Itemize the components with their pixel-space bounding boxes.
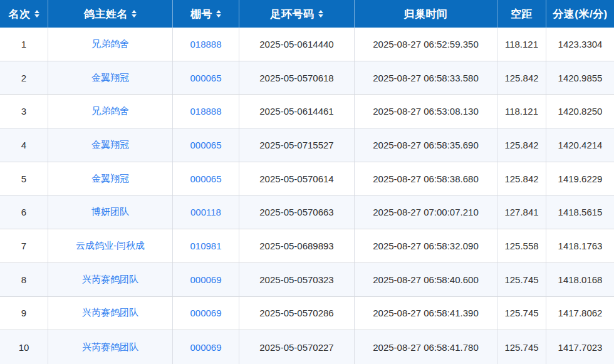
- sort-icon[interactable]: [34, 10, 39, 18]
- cell-distance: 125.745: [497, 297, 546, 330]
- cell-ring: 2025-05-0570323: [239, 263, 355, 296]
- table-row: 5 金翼翔冠 000065 2025-05-0570614 2025-08-27…: [0, 162, 614, 196]
- cell-distance: 125.745: [497, 330, 546, 364]
- cell-rank: 1: [0, 28, 48, 61]
- cell-speed: 1418.5615: [546, 195, 614, 229]
- loft-link[interactable]: 000065: [190, 140, 221, 150]
- cell-distance: 125.842: [497, 128, 546, 162]
- race-results-table: 名次 鸽主姓名 棚号 足环号码 归巢时间 空距 分速(米/分) 1 兄弟鸽舍 0…: [0, 0, 614, 364]
- sort-icon[interactable]: [132, 10, 137, 18]
- cell-speed: 1423.3304: [546, 28, 614, 61]
- loft-link[interactable]: 000069: [190, 274, 221, 285]
- cell-speed: 1417.7023: [546, 330, 614, 364]
- header-time: 归巢时间: [355, 0, 497, 28]
- cell-ring: 2025-05-0614440: [239, 28, 355, 61]
- cell-distance: 125.842: [497, 61, 546, 95]
- owner-link[interactable]: 兴芮赛鸽团队: [82, 274, 138, 286]
- loft-link[interactable]: 000065: [190, 174, 221, 184]
- cell-ring: 2025-05-0614461: [239, 95, 355, 128]
- table-row: 3 兄弟鸽舍 018888 2025-05-0614461 2025-08-27…: [0, 95, 614, 128]
- header-ring[interactable]: 足环号码: [239, 0, 355, 28]
- cell-speed: 1419.6229: [546, 162, 614, 195]
- table-row: 4 金翼翔冠 000065 2025-05-0715527 2025-08-27…: [0, 128, 614, 162]
- loft-link[interactable]: 000118: [190, 207, 221, 217]
- loft-link[interactable]: 000069: [190, 342, 221, 353]
- owner-link[interactable]: 兄弟鸽舍: [91, 105, 129, 117]
- cell-rank: 9: [0, 297, 48, 330]
- cell-rank: 4: [0, 128, 48, 162]
- header-ring-label: 足环号码: [271, 7, 315, 21]
- loft-link[interactable]: 000069: [190, 308, 221, 318]
- owner-link[interactable]: 金翼翔冠: [91, 72, 129, 84]
- owner-link[interactable]: 金翼翔冠: [91, 139, 129, 151]
- sort-icon[interactable]: [318, 10, 323, 18]
- owner-link[interactable]: 兴芮赛鸽团队: [82, 307, 138, 319]
- header-distance: 空距: [497, 0, 546, 28]
- cell-rank: 2: [0, 61, 48, 95]
- cell-time: 2025-08-27 06:58:41.780: [355, 330, 497, 364]
- header-distance-label: 空距: [511, 7, 533, 21]
- table-row: 9 兴芮赛鸽团队 000069 2025-05-0570286 2025-08-…: [0, 297, 614, 331]
- table-header-row: 名次 鸽主姓名 棚号 足环号码 归巢时间 空距 分速(米/分): [0, 0, 614, 28]
- cell-speed: 1420.8250: [546, 95, 614, 128]
- header-loft[interactable]: 棚号: [173, 0, 239, 28]
- cell-rank: 7: [0, 229, 48, 263]
- table-body: 1 兄弟鸽舍 018888 2025-05-0614440 2025-08-27…: [0, 28, 614, 364]
- cell-distance: 125.842: [497, 162, 546, 195]
- cell-distance: 118.121: [497, 28, 546, 61]
- loft-link[interactable]: 018888: [190, 39, 221, 49]
- cell-ring: 2025-05-0570286: [239, 297, 355, 330]
- cell-time: 2025-08-27 06:58:38.680: [355, 162, 497, 195]
- loft-link[interactable]: 018888: [190, 106, 221, 117]
- cell-rank: 6: [0, 195, 48, 229]
- cell-rank: 10: [0, 330, 48, 364]
- cell-ring: 2025-05-0715527: [239, 128, 355, 162]
- cell-ring: 2025-05-0570663: [239, 195, 355, 229]
- table-row: 1 兄弟鸽舍 018888 2025-05-0614440 2025-08-27…: [0, 28, 614, 61]
- owner-link[interactable]: 金翼翔冠: [91, 173, 129, 185]
- owner-link[interactable]: 云成鸽业-闫秋成: [76, 240, 145, 252]
- cell-ring: 2025-05-0570227: [239, 330, 355, 364]
- cell-time: 2025-08-27 06:58:33.580: [355, 61, 497, 95]
- header-owner-label: 鸽主姓名: [84, 7, 128, 21]
- cell-ring: 2025-05-0570618: [239, 61, 355, 95]
- cell-ring: 2025-05-0689893: [239, 229, 355, 263]
- cell-time: 2025-08-27 06:58:32.090: [355, 229, 497, 263]
- owner-link[interactable]: 兄弟鸽舍: [91, 38, 129, 50]
- header-rank[interactable]: 名次: [0, 0, 48, 28]
- cell-distance: 118.121: [497, 95, 546, 128]
- cell-speed: 1417.8062: [546, 297, 614, 330]
- cell-time: 2025-08-27 06:52:59.350: [355, 28, 497, 61]
- cell-distance: 125.558: [497, 229, 546, 263]
- owner-link[interactable]: 兴芮赛鸽团队: [82, 341, 138, 353]
- header-loft-label: 棚号: [190, 7, 212, 21]
- cell-time: 2025-08-27 06:58:40.600: [355, 263, 497, 296]
- table-row: 6 博妍团队 000118 2025-05-0570663 2025-08-27…: [0, 195, 614, 229]
- cell-speed: 1420.9855: [546, 61, 614, 95]
- sort-icon[interactable]: [216, 10, 221, 18]
- cell-speed: 1418.0168: [546, 263, 614, 296]
- loft-link[interactable]: 010981: [190, 241, 221, 251]
- cell-rank: 3: [0, 95, 48, 128]
- cell-speed: 1420.4214: [546, 128, 614, 162]
- cell-speed: 1418.1763: [546, 229, 614, 263]
- table-row: 2 金翼翔冠 000065 2025-05-0570618 2025-08-27…: [0, 61, 614, 95]
- cell-time: 2025-08-27 07:00:07.210: [355, 195, 497, 229]
- header-speed: 分速(米/分): [546, 0, 614, 28]
- owner-link[interactable]: 博妍团队: [91, 206, 129, 218]
- cell-ring: 2025-05-0570614: [239, 162, 355, 195]
- cell-distance: 125.745: [497, 263, 546, 296]
- table-row: 10 兴芮赛鸽团队 000069 2025-05-0570227 2025-08…: [0, 330, 614, 364]
- cell-rank: 5: [0, 162, 48, 195]
- header-time-label: 归巢时间: [404, 7, 448, 21]
- header-speed-label: 分速(米/分): [553, 7, 608, 21]
- loft-link[interactable]: 000065: [190, 73, 221, 83]
- cell-time: 2025-08-27 06:58:41.390: [355, 297, 497, 330]
- cell-time: 2025-08-27 06:58:35.690: [355, 128, 497, 162]
- header-owner[interactable]: 鸽主姓名: [48, 0, 173, 28]
- cell-distance: 127.841: [497, 195, 546, 229]
- cell-rank: 8: [0, 263, 48, 296]
- cell-time: 2025-08-27 06:53:08.130: [355, 95, 497, 128]
- table-row: 8 兴芮赛鸽团队 000069 2025-05-0570323 2025-08-…: [0, 263, 614, 297]
- header-rank-label: 名次: [9, 7, 31, 21]
